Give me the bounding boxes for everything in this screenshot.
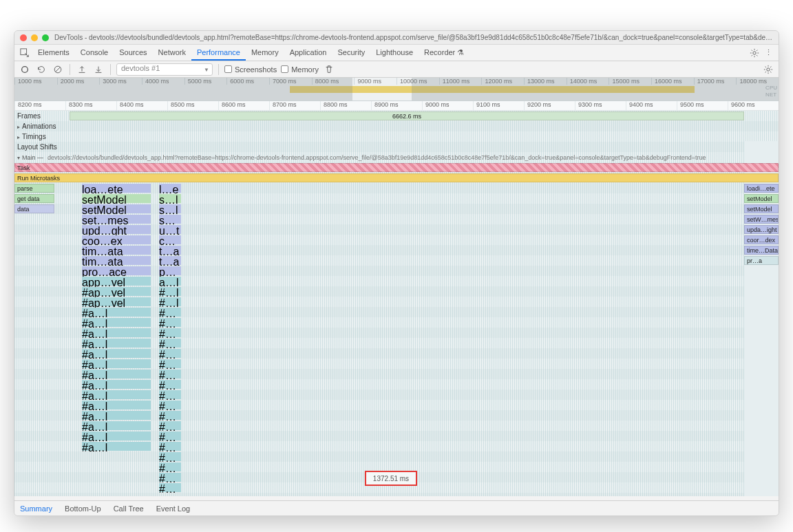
- details-tab-summary[interactable]: Summary: [20, 504, 52, 513]
- flame-bar[interactable]: #a…l: [82, 370, 151, 379]
- panel-tab-console[interactable]: Console: [75, 45, 114, 59]
- flame-bar[interactable]: parse: [14, 184, 54, 193]
- download-icon[interactable]: [92, 63, 105, 76]
- flame-bar[interactable]: #…: [159, 370, 181, 379]
- frame-bar[interactable]: 6662.6 ms: [70, 111, 744, 120]
- track-animations[interactable]: Animations: [14, 121, 779, 131]
- flamechart[interactable]: Frames 6662.6 ms Animations Timings Layo…: [14, 111, 779, 496]
- flame-bar[interactable]: set…mes: [82, 215, 151, 224]
- flame-bar[interactable]: #…: [159, 432, 181, 440]
- flame-bar-right[interactable]: setModel: [744, 194, 779, 203]
- panel-tab-security[interactable]: Security: [332, 45, 370, 59]
- panel-tab-performance[interactable]: Performance: [191, 45, 246, 61]
- flame-bar[interactable]: app…vel: [82, 277, 151, 286]
- flame-bar[interactable]: #…: [159, 401, 181, 409]
- flame-bar[interactable]: t…a: [159, 256, 181, 265]
- flame-bar[interactable]: #…: [159, 473, 181, 482]
- reload-icon[interactable]: [35, 63, 47, 76]
- flame-bar[interactable]: #a…l: [82, 318, 151, 327]
- flame-bar[interactable]: p…: [159, 266, 181, 275]
- upload-icon[interactable]: [76, 63, 88, 76]
- settings-gear-icon[interactable]: [748, 47, 761, 59]
- details-tab-call-tree[interactable]: Call Tree: [114, 504, 144, 513]
- flame-bar[interactable]: #a…l: [82, 328, 151, 337]
- flame-bar[interactable]: #…: [159, 390, 181, 399]
- flame-bar[interactable]: #a…l: [82, 359, 151, 368]
- panel-tab-lighthouse[interactable]: Lighthouse: [370, 45, 419, 59]
- capture-settings-gear-icon[interactable]: [762, 63, 774, 76]
- flame-bar[interactable]: #…: [159, 462, 181, 471]
- memory-checkbox[interactable]: Memory: [281, 65, 319, 74]
- flame-bar[interactable]: #…: [159, 421, 181, 430]
- panel-tab-sources[interactable]: Sources: [114, 45, 152, 59]
- track-layout-shifts[interactable]: Layout Shifts: [14, 142, 779, 152]
- flame-bar[interactable]: #a…l: [82, 411, 151, 420]
- flame-bar[interactable]: u…t: [159, 225, 181, 234]
- flame-bar-right[interactable]: setModel: [744, 204, 779, 213]
- flame-bar[interactable]: #…: [159, 318, 181, 327]
- flame-bar[interactable]: #a…l: [82, 380, 151, 389]
- flame-bar[interactable]: l…e: [159, 184, 181, 193]
- flame-bar[interactable]: #…l: [159, 297, 181, 306]
- recording-select[interactable]: devtools #1 ▼: [116, 63, 213, 76]
- record-icon[interactable]: [19, 63, 31, 76]
- track-timings[interactable]: Timings: [14, 131, 779, 142]
- flame-bar[interactable]: #ap…vel: [82, 287, 151, 296]
- details-tab-event-log[interactable]: Event Log: [156, 504, 191, 513]
- flame-bar[interactable]: #…: [159, 308, 181, 317]
- flame-bar[interactable]: #a…l: [82, 421, 151, 430]
- flame-bar[interactable]: Task: [14, 163, 779, 172]
- flame-bar[interactable]: a…l: [159, 277, 181, 286]
- flame-bar[interactable]: loa…ete: [82, 184, 151, 193]
- overview-strip[interactable]: 1000 ms2000 ms3000 ms4000 ms5000 ms6000 …: [14, 78, 779, 101]
- panel-tab-network[interactable]: Network: [153, 45, 191, 59]
- zoom-icon[interactable]: [42, 34, 49, 41]
- flame-bar[interactable]: #a…l: [82, 442, 151, 451]
- flame-bar[interactable]: #…: [159, 339, 181, 348]
- detail-ruler[interactable]: 8200 ms8300 ms8400 ms8500 ms8600 ms8700 …: [14, 101, 779, 111]
- flame-bar[interactable]: s…l: [159, 194, 181, 203]
- flame-bar[interactable]: #…: [159, 380, 181, 389]
- flame-bar[interactable]: setModel: [82, 204, 151, 213]
- clear-icon[interactable]: [52, 63, 64, 76]
- track-main[interactable]: Main — devtools://devtools/bundled/devto…: [14, 152, 779, 162]
- minimize-icon[interactable]: [31, 34, 38, 41]
- flame-bar[interactable]: #a…l: [82, 349, 151, 358]
- flame-bar[interactable]: setModel: [82, 194, 151, 203]
- flame-bar[interactable]: #…: [159, 411, 181, 420]
- flame-row[interactable]: Task: [14, 162, 779, 173]
- panel-tab-memory[interactable]: Memory: [246, 45, 284, 59]
- flame-bar[interactable]: pro…ace: [82, 266, 151, 275]
- flame-bar[interactable]: #…: [159, 328, 181, 337]
- flame-row[interactable]: Run Microtasks: [14, 173, 779, 183]
- flame-bar[interactable]: #ap…vel: [82, 297, 151, 306]
- details-tab-bottom-up[interactable]: Bottom-Up: [65, 504, 101, 513]
- flame-bar[interactable]: #…: [159, 359, 181, 368]
- flame-bar[interactable]: #a…l: [82, 339, 151, 348]
- flame-bar[interactable]: get data: [14, 194, 54, 203]
- flame-bar[interactable]: s…: [159, 215, 181, 224]
- flame-bar[interactable]: c…: [159, 235, 181, 244]
- flame-bar-right[interactable]: pr…a: [744, 256, 779, 265]
- flame-bar[interactable]: #…l: [159, 287, 181, 296]
- flame-bar[interactable]: upd…ght: [82, 225, 151, 234]
- flame-bar[interactable]: Run Microtasks: [14, 173, 779, 182]
- flame-bar-right[interactable]: setW…mes: [744, 215, 779, 224]
- track-frames[interactable]: Frames 6662.6 ms: [14, 111, 779, 121]
- flame-bar[interactable]: coo…ex: [82, 235, 151, 244]
- flame-bar[interactable]: #a…l: [82, 432, 151, 440]
- flame-bar[interactable]: data: [14, 204, 54, 213]
- more-icon[interactable]: ⋮: [762, 47, 774, 59]
- panel-tab-recorder-[interactable]: Recorder ⚗: [419, 45, 469, 59]
- flame-bar[interactable]: #…: [159, 442, 181, 451]
- inspect-icon[interactable]: [19, 47, 31, 59]
- flame-bar-right[interactable]: coor…dex: [744, 235, 779, 244]
- flame-bar[interactable]: tim…ata: [82, 246, 151, 255]
- flame-bar[interactable]: s…l: [159, 204, 181, 213]
- flame-bar-right[interactable]: loadi…ete: [744, 184, 779, 193]
- flame-bar[interactable]: #…: [159, 483, 181, 492]
- flame-bar[interactable]: tim…ata: [82, 256, 151, 265]
- panel-tab-application[interactable]: Application: [284, 45, 332, 59]
- panel-tab-elements[interactable]: Elements: [32, 45, 75, 59]
- flame-bar[interactable]: #a…l: [82, 401, 151, 409]
